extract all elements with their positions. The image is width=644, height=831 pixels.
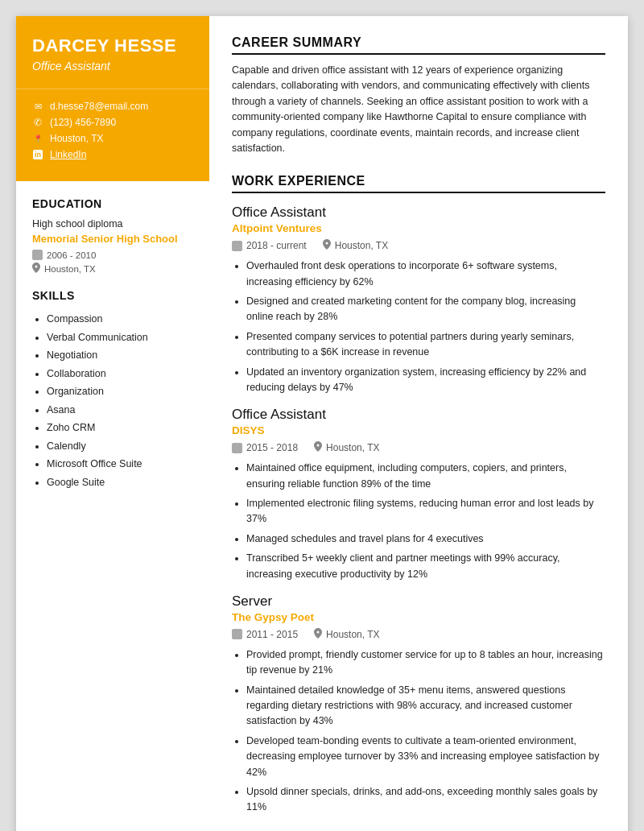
job-entry-2: ServerThe Gypsy Poet2011 - 2015Houston, … [232,593,605,816]
edu-location: Houston, TX [32,263,193,275]
education-heading: EDUCATION [32,197,193,210]
bullet-item: Transcribed 5+ weekly client and partner… [246,551,605,582]
job-company: DISYS [232,424,605,436]
job-meta: 2018 - currentHouston, TX [232,239,605,252]
job-company: The Gypsy Poet [232,611,605,623]
skill-item: Verbal Communication [47,329,193,347]
contact-email: d.hesse78@email.com [32,101,193,112]
job-location: Houston, TX [314,441,379,454]
bullet-item: Maintained detailed knowledge of 35+ men… [246,683,605,730]
skill-item: Calendly [47,437,193,456]
bullet-item: Presented company services to potential … [246,329,605,361]
skills-list: CompassionVerbal CommunicationNegotiatio… [32,310,193,491]
cal-icon [232,241,242,251]
job-date: 2015 - 2018 [232,442,298,453]
location-text: Houston, TX [50,133,103,144]
phone-icon [32,117,43,128]
edu-calendar-icon [32,250,43,260]
header-box: DARCEY HESSE Office Assistant [16,16,209,89]
edu-school: Memorial Senior High School [32,233,193,246]
resume-container: DARCEY HESSE Office Assistant d.hesse78@… [16,16,628,831]
work-experience-heading: WORK EXPERIENCE [232,174,605,193]
phone-text: (123) 456-7890 [50,117,116,128]
skill-item: Negotiation [47,346,193,365]
bullet-item: Designed and created marketing content f… [246,294,605,325]
edu-years: 2006 - 2010 [32,250,193,260]
job-entry-0: Office AssistantAltpoint Ventures2018 - … [232,205,605,395]
contact-box: d.hesse78@email.com (123) 456-7890 Houst… [16,89,209,181]
skill-item: Organization [47,382,193,401]
pin-icon [314,441,322,454]
career-summary-heading: CAREER SUMMARY [232,35,605,55]
bullet-item: Updated an inventory organization system… [246,365,605,396]
bullet-item: Managed schedules and travel plans for 4… [246,531,605,547]
bullet-item: Implemented electronic filing systems, r… [246,496,605,527]
job-meta: 2011 - 2015Houston, TX [232,628,605,641]
job-location: Houston, TX [323,239,388,252]
cal-icon [232,443,242,453]
job-bullets: Maintained office equipment, including c… [232,461,605,582]
job-title: Office Assistant [232,205,605,221]
job-title: Server [232,593,605,610]
career-summary-text: Capable and driven office assistant with… [232,63,605,156]
job-date: 2018 - current [232,240,307,251]
skills-heading: SKILLS [32,289,193,302]
job-company: Altpoint Ventures [232,222,605,234]
edu-pin-icon [32,263,40,275]
skill-item: Zoho CRM [47,419,193,437]
jobs-container: Office AssistantAltpoint Ventures2018 - … [232,205,605,815]
location-icon [32,133,43,144]
candidate-title: Office Assistant [32,60,193,72]
pin-icon [323,239,331,252]
job-bullets: Overhauled front desk operations to inco… [232,258,605,395]
bullet-item: Overhauled front desk operations to inco… [246,258,605,290]
contact-location: Houston, TX [32,133,193,144]
job-meta: 2015 - 2018Houston, TX [232,441,605,454]
job-entry-1: Office AssistantDISYS2015 - 2018Houston,… [232,407,605,582]
left-content: EDUCATION High school diploma Memorial S… [16,181,209,831]
bullet-item: Developed team-bonding events to cultiva… [246,734,605,780]
edu-degree: High school diploma [32,218,193,229]
left-column: DARCEY HESSE Office Assistant d.hesse78@… [16,16,209,831]
pin-icon [314,628,322,641]
bullet-item: Upsold dinner specials, drinks, and add-… [246,784,605,816]
job-bullets: Provided prompt, friendly customer servi… [232,647,605,816]
skill-item: Asana [47,401,193,420]
job-title: Office Assistant [232,407,605,423]
job-location: Houston, TX [314,628,379,641]
contact-phone: (123) 456-7890 [32,117,193,128]
linkedin-link[interactable]: LinkedIn [50,149,86,160]
skill-item: Collaboration [47,365,193,383]
candidate-name: DARCEY HESSE [32,35,193,56]
skill-item: Compassion [47,310,193,329]
bullet-item: Provided prompt, friendly customer servi… [246,647,605,679]
skill-item: Google Suite [47,473,193,492]
email-text: d.hesse78@email.com [50,101,148,112]
bullet-item: Maintained office equipment, including c… [246,461,605,492]
cal-icon [232,629,242,639]
skill-item: Microsoft Office Suite [47,455,193,473]
job-date: 2011 - 2015 [232,629,298,640]
contact-linkedin: LinkedIn [32,149,193,160]
linkedin-icon [32,149,43,160]
right-column: CAREER SUMMARY Capable and driven office… [209,16,628,831]
email-icon [32,101,43,112]
